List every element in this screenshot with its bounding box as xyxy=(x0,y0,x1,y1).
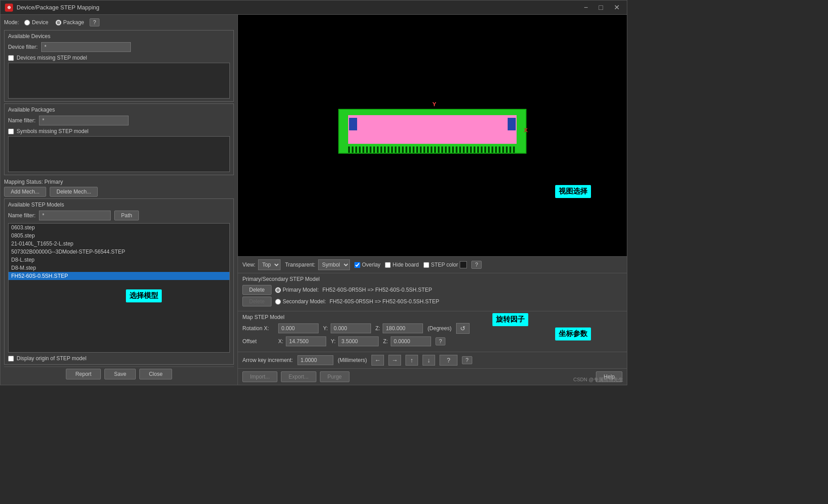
degrees-label: (Degrees) xyxy=(427,325,451,332)
packages-list[interactable] xyxy=(8,136,230,172)
purge-button[interactable]: Purge xyxy=(320,371,349,382)
list-item[interactable]: 0805.step xyxy=(9,232,229,240)
import-button[interactable]: Import... xyxy=(242,371,277,382)
list-item[interactable]: D8-L.step xyxy=(9,256,229,264)
offset-x-label: X: xyxy=(278,338,283,345)
offset-z-input[interactable] xyxy=(391,336,431,346)
mode-radio-group: Device Package xyxy=(24,19,84,26)
delete-secondary-button[interactable]: Delete xyxy=(242,297,272,306)
main-window: ⊕ Device/Package STEP Mapping − □ ✕ Mode… xyxy=(0,0,627,385)
arrow-help-button[interactable]: ? xyxy=(440,355,457,366)
mapping-status-text: Mapping Status: Primary xyxy=(4,179,63,185)
offset-y-group: Y: xyxy=(331,336,379,346)
arrow-right-button[interactable]: → xyxy=(388,355,401,366)
pcb-inner xyxy=(348,115,517,144)
annotation-rotation: 旋转因子 xyxy=(492,313,528,326)
display-origin-label: Display origin of STEP model xyxy=(17,355,86,362)
hide-board-checkbox[interactable] xyxy=(385,262,391,268)
delete-mech-button[interactable]: Delete Mech... xyxy=(50,187,98,197)
offset-y-input[interactable] xyxy=(338,336,379,346)
minimize-button[interactable]: − xyxy=(581,3,591,13)
rotation-y-label: Y: xyxy=(323,325,328,332)
secondary-radio[interactable] xyxy=(275,299,281,305)
rotation-y-group: Y: xyxy=(323,323,371,333)
controls-help-button[interactable]: ? xyxy=(471,261,482,269)
offset-help-button[interactable]: ? xyxy=(436,337,446,345)
step-filter-input[interactable] xyxy=(39,211,111,220)
list-item[interactable]: 507302B00000G--3DModel-STEP-56544.STEP xyxy=(9,248,229,256)
symbols-missing-row: Symbols missing STEP model xyxy=(8,128,230,134)
transparent-select[interactable]: Symbol xyxy=(318,259,350,270)
maximize-button[interactable]: □ xyxy=(596,3,606,13)
devices-list[interactable] xyxy=(8,63,230,99)
action-bar-left: Import... Export... Purge xyxy=(242,371,349,382)
step-filter-label: Name filter: xyxy=(8,212,35,219)
hide-board-ctrl: Hide board xyxy=(385,262,419,268)
view-select[interactable]: Top xyxy=(258,259,280,270)
offset-z-group: Z: xyxy=(383,336,431,346)
mapping-status-area: Mapping Status: Primary Add Mech... Dele… xyxy=(4,177,234,197)
devices-missing-checkbox[interactable] xyxy=(8,55,14,61)
arrow-left-button[interactable]: ← xyxy=(371,355,384,366)
close-button[interactable]: ✕ xyxy=(611,2,622,13)
symbols-missing-checkbox[interactable] xyxy=(8,129,14,134)
rotation-z-group: Z: xyxy=(375,323,423,333)
arrow-unit-label: (Millimeters) xyxy=(338,357,367,363)
pcb-pad-left xyxy=(349,118,357,130)
overlay-checkbox[interactable] xyxy=(354,262,360,268)
reset-rotation-button[interactable]: ↺ xyxy=(456,323,470,334)
primary-radio-item[interactable]: Primary Model: xyxy=(275,287,319,293)
list-item[interactable]: FH52-60S-0.5SH.STEP xyxy=(9,272,229,280)
display-origin-checkbox[interactable] xyxy=(8,356,14,362)
export-button[interactable]: Export... xyxy=(281,371,316,382)
map-section: Map STEP Model 旋转因子 坐标参数 Rotation X: Y: … xyxy=(238,311,627,352)
available-devices-title: Available Devices xyxy=(8,33,230,39)
secondary-radio-item[interactable]: Secondary Model: xyxy=(275,298,326,305)
report-button[interactable]: Report xyxy=(66,369,101,379)
arrow-increment-input[interactable] xyxy=(298,355,333,365)
package-radio[interactable] xyxy=(56,20,61,26)
step-models-list[interactable]: 0603.step0805.step21-0140L_T1655-2-L.ste… xyxy=(8,223,230,353)
watermark: CSDN @专属熊熊先生 xyxy=(574,376,623,383)
viewport[interactable]: Y Z X 视图选择 选择模型 xyxy=(238,15,627,256)
y-axis-label: Y xyxy=(432,101,436,108)
arrow-up-button[interactable]: ↑ xyxy=(405,355,418,366)
device-radio-item[interactable]: Device xyxy=(24,19,48,26)
package-radio-item[interactable]: Package xyxy=(56,19,84,26)
offset-label: Offset xyxy=(242,338,274,345)
package-filter-input[interactable] xyxy=(39,116,129,125)
device-filter-input[interactable] xyxy=(41,42,131,52)
offset-x-input[interactable] xyxy=(286,336,326,346)
arrow-down-button[interactable]: ↓ xyxy=(423,355,435,366)
available-step-title: Available STEP Models xyxy=(8,202,230,208)
list-item[interactable]: D8-M.step xyxy=(9,264,229,272)
device-radio[interactable] xyxy=(24,20,30,26)
rotation-x-input[interactable] xyxy=(278,323,319,333)
left-bottom-btns: Report Save Close xyxy=(4,366,234,381)
delete-primary-button[interactable]: Delete xyxy=(242,285,272,295)
list-item[interactable]: 0603.step xyxy=(9,224,229,232)
transparent-control: Transparent: Symbol xyxy=(285,259,350,270)
add-mech-button[interactable]: Add Mech... xyxy=(4,187,46,197)
arrow-section: Arrow key increment: (Millimeters) ← → ↑… xyxy=(238,352,627,368)
offset-y-label: Y: xyxy=(331,338,336,345)
close-button-left[interactable]: Close xyxy=(139,369,172,379)
rotation-z-input[interactable] xyxy=(383,323,423,333)
display-origin-row: Display origin of STEP model xyxy=(8,355,230,362)
path-button[interactable]: Path xyxy=(114,211,139,220)
list-item[interactable]: 21-0140L_T1655-2-L.step xyxy=(9,240,229,248)
map-section-title: Map STEP Model xyxy=(242,314,622,320)
pcb-visualization: Y Z X xyxy=(338,109,526,154)
arrow-label: Arrow key increment: xyxy=(242,357,293,363)
package-filter-row: Name filter: xyxy=(8,116,230,125)
rotation-y-input[interactable] xyxy=(331,323,371,333)
secondary-model-label: Secondary Model: xyxy=(283,298,326,305)
pcb-pad-right xyxy=(508,118,516,130)
step-color-swatch xyxy=(460,261,467,268)
save-button[interactable]: Save xyxy=(104,369,136,379)
available-step-section: Available STEP Models Name filter: Path … xyxy=(4,198,234,365)
primary-radio[interactable] xyxy=(275,287,281,293)
arrow-help2-button[interactable]: ? xyxy=(462,356,472,364)
mode-help-button[interactable]: ? xyxy=(90,18,100,26)
step-color-checkbox[interactable] xyxy=(423,262,429,268)
